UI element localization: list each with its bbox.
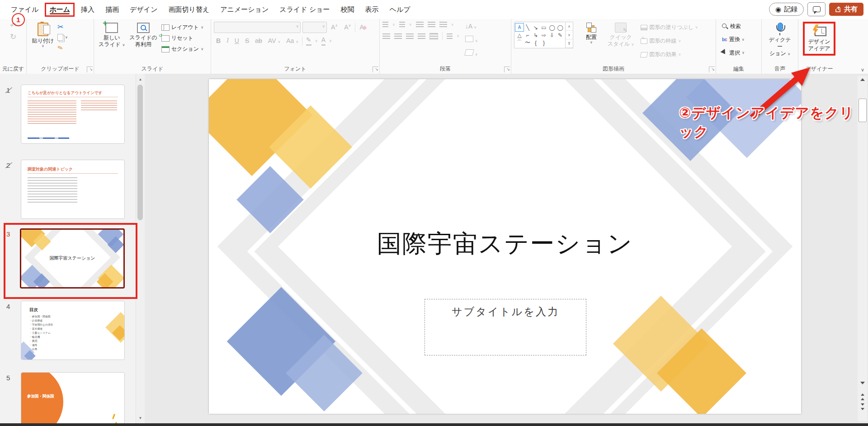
italic-button[interactable]: I — [224, 36, 231, 46]
shape-scribble[interactable]: ✎ — [556, 31, 564, 39]
shape-textbox[interactable]: A — [515, 24, 524, 31]
shape-gallery[interactable]: A ╲ ↘ ▭ ◯ ◯ △ ⌐ ↳ ⇨ ⇩ ✎ ⌒ 〜 { — [514, 22, 566, 48]
shapes-more-button[interactable]: ⊽ — [566, 39, 573, 48]
shadow-strike-button[interactable]: S — [243, 36, 251, 46]
shape-elbow-arrow[interactable]: ↳ — [532, 31, 540, 39]
new-slide-button[interactable]: 新しい スライド ∨ — [97, 22, 127, 49]
previous-slide-button[interactable] — [858, 391, 867, 401]
distribute-button[interactable] — [447, 33, 453, 39]
paragraph-dialog-launcher[interactable]: ↘ — [504, 66, 510, 72]
strikethrough-button[interactable]: ab — [253, 36, 264, 46]
scroll-up-icon[interactable] — [858, 76, 867, 84]
tab-view[interactable]: 表示 — [361, 3, 383, 17]
smartart-convert-button[interactable]: ∨ — [463, 48, 480, 58]
shape-triangle[interactable]: △ — [515, 31, 524, 39]
shape-oval[interactable]: ◯ — [548, 24, 556, 31]
tab-design[interactable]: デザイン — [125, 3, 162, 17]
subtitle-placeholder[interactable]: サブタイトルを入力 — [425, 299, 586, 355]
thumbnail-scroll-up-icon[interactable]: ▲ — [136, 75, 145, 84]
decrease-indent-button[interactable] — [416, 22, 424, 28]
thumbnail-scroll-down-icon[interactable]: ▼ — [136, 413, 145, 422]
align-right-button[interactable] — [406, 33, 414, 39]
align-left-button[interactable] — [382, 33, 390, 39]
clipboard-dialog-launcher[interactable]: ↘ — [87, 66, 93, 72]
layout-button[interactable]: レイアウト∨ — [160, 23, 205, 32]
shape-curve[interactable]: 〜 — [524, 39, 532, 47]
paste-button[interactable]: 貼り付け ∨ — [29, 22, 57, 49]
reuse-slides-button[interactable]: スライドの再利用 — [127, 22, 159, 49]
slide-4-thumbnail[interactable]: 目次 ・参加国・関係国 ・計画推移 ・宇宙飛行士の滞在 ・基本構造 ・主要なシス… — [21, 301, 125, 360]
bold-button[interactable]: B — [214, 36, 223, 46]
highlight-color-button[interactable]: ✎ — [304, 35, 314, 47]
copy-button[interactable]: ∨ — [57, 34, 68, 41]
align-text-button[interactable]: ∨ — [463, 35, 480, 45]
next-slide-button[interactable] — [858, 402, 867, 412]
line-spacing-button[interactable] — [439, 22, 447, 28]
shape-fill-button[interactable]: 図形の塗りつぶし∨ — [639, 23, 699, 32]
tab-help[interactable]: ヘルプ — [385, 3, 415, 17]
shape-brace-left[interactable]: { — [532, 39, 540, 47]
shape-brace-right[interactable]: } — [540, 39, 548, 47]
tab-slideshow[interactable]: スライド ショー — [275, 3, 334, 17]
format-painter-button[interactable]: ✎ — [57, 43, 68, 52]
font-name-combo[interactable] — [214, 22, 301, 33]
text-direction-button[interactable]: ↓A ∨ — [463, 22, 480, 31]
tab-animations[interactable]: アニメーション — [216, 3, 273, 17]
numbering-button[interactable] — [399, 22, 405, 28]
shrink-font-button[interactable]: A∨ — [342, 23, 353, 32]
slide-title-text[interactable]: 国際宇宙ステーション — [209, 227, 801, 260]
shape-right-arrow[interactable]: ⇨ — [540, 31, 548, 39]
tab-review[interactable]: 校閲 — [336, 3, 359, 17]
tab-home[interactable]: ホーム — [45, 3, 75, 17]
underline-button[interactable]: U — [232, 36, 241, 46]
shape-elbow[interactable]: ⌐ — [524, 31, 532, 39]
character-spacing-button[interactable]: AV ∨ — [266, 36, 283, 46]
scroll-down-icon[interactable] — [858, 381, 867, 389]
record-button[interactable]: ◉ 記録 — [769, 3, 804, 16]
reset-button[interactable]: リセット — [160, 33, 205, 43]
justify-button[interactable] — [418, 33, 425, 39]
tab-file[interactable]: ファイル — [6, 3, 43, 17]
align-center-button[interactable] — [394, 33, 402, 39]
tab-draw[interactable]: 描画 — [101, 3, 123, 17]
shape-line[interactable]: ╲ — [524, 24, 532, 31]
share-button[interactable]: 共有 — [829, 3, 863, 16]
section-button[interactable]: セクション∨ — [160, 44, 205, 54]
design-ideas-button[interactable]: デザインアイデア — [803, 22, 835, 56]
increase-indent-button[interactable] — [428, 22, 435, 28]
select-button[interactable]: 選択∨ — [721, 48, 746, 58]
redo-button[interactable]: ↻ — [10, 33, 16, 41]
tab-transitions[interactable]: 画面切り替え — [164, 3, 214, 17]
drawing-dialog-launcher[interactable]: ↘ — [709, 66, 715, 72]
change-case-button[interactable]: Aa ∨ — [284, 36, 301, 46]
tab-insert[interactable]: 挿入 — [76, 3, 99, 17]
font-color-button[interactable]: A — [319, 35, 328, 47]
slide-2-thumbnail[interactable]: 調査対象の関連トピック — [21, 160, 125, 219]
thumbnail-scrollbar-thumb[interactable] — [137, 85, 143, 220]
comments-button[interactable] — [807, 2, 826, 16]
shape-outline-button[interactable]: 図形の枠線∨ — [639, 36, 699, 46]
shape-oval2[interactable]: ◯ — [556, 24, 564, 31]
clear-formatting-button[interactable]: A — [357, 23, 368, 32]
dictation-button[interactable]: ディクテーション ∨ — [764, 22, 795, 58]
shape-down-arrow[interactable]: ⇩ — [548, 31, 556, 39]
arrange-button[interactable]: 配置 ∨ — [578, 22, 605, 45]
shape-rectangle[interactable]: ▭ — [540, 24, 548, 31]
shapes-scroll-down[interactable]: ∨ — [566, 31, 573, 39]
collapse-ribbon-button[interactable]: ∨ — [861, 67, 864, 73]
slide-1-thumbnail[interactable]: こちらが足がかりとなるアウトラインです — [21, 85, 125, 144]
grow-font-button[interactable]: A∧ — [329, 23, 340, 32]
shape-arrow[interactable]: ↘ — [532, 24, 540, 31]
shape-arc[interactable]: ⌒ — [515, 39, 524, 47]
shapes-scroll-up[interactable]: ∧ — [566, 22, 573, 31]
columns-button[interactable] — [429, 33, 438, 40]
bullets-button[interactable] — [382, 22, 388, 28]
cut-button[interactable]: ✂ — [57, 24, 68, 31]
replace-button[interactable]: bc 置換∨ — [721, 35, 746, 44]
shape-effects-button[interactable]: 図形の効果∨ — [639, 50, 699, 59]
slide-5-thumbnail[interactable]: 参加国・関係国 — [21, 372, 125, 423]
font-size-combo[interactable] — [302, 22, 327, 33]
quick-styles-button[interactable]: クイックスタイル ∨ — [606, 22, 636, 48]
font-dialog-launcher[interactable]: ↘ — [373, 66, 378, 72]
find-button[interactable]: 検索 — [721, 22, 742, 31]
